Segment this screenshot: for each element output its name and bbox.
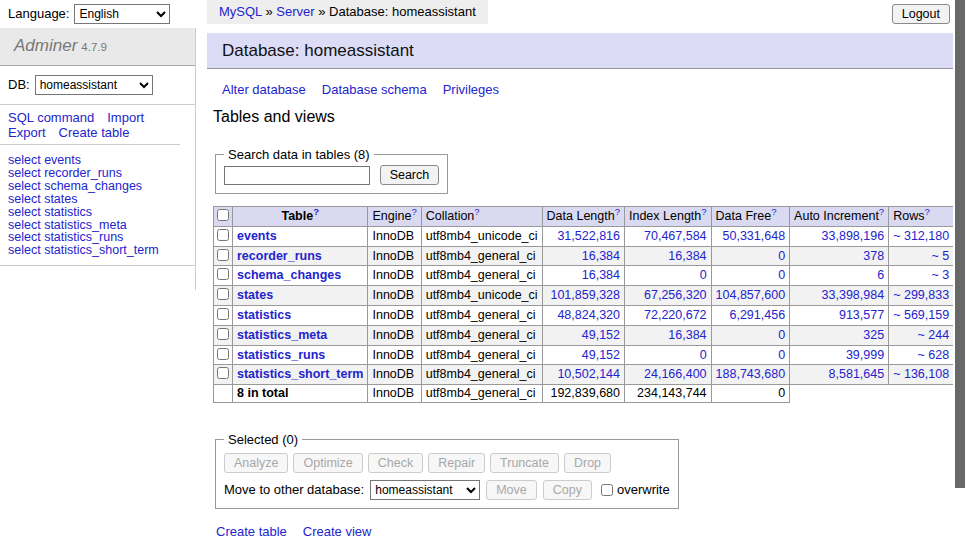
data-free-link[interactable]: 0	[778, 348, 785, 362]
select-link-events[interactable]: select	[8, 153, 41, 167]
auto-increment-link[interactable]: 33,898,196	[822, 229, 885, 243]
drop-button[interactable]: Drop	[564, 453, 611, 473]
index-length-link[interactable]: 0	[700, 348, 707, 362]
table-link-events[interactable]: events	[44, 153, 81, 167]
sidebar-link-sql-command[interactable]: SQL command	[8, 111, 94, 126]
select-link-statistics-meta[interactable]: select	[8, 218, 41, 232]
index-length-link[interactable]: 16,384	[668, 328, 706, 342]
table-link-statistics[interactable]: statistics	[44, 205, 92, 219]
copy-button[interactable]: Copy	[543, 480, 592, 500]
select-link-schema-changes[interactable]: select	[8, 179, 41, 193]
auto-increment-link[interactable]: 39,999	[846, 348, 884, 362]
privileges-link[interactable]: Privileges	[443, 82, 499, 97]
table-link-statistics-short-term[interactable]: statistics_short_term	[44, 243, 159, 257]
auto-increment-link[interactable]: 33,398,984	[822, 288, 885, 302]
data-free-link[interactable]: 0	[778, 268, 785, 282]
rows-link[interactable]: ~ 244	[917, 328, 949, 342]
rows-link[interactable]: ~ 5	[931, 249, 949, 263]
select-all-checkbox[interactable]	[217, 209, 229, 221]
index-length-link[interactable]: 0	[700, 268, 707, 282]
move-db-select[interactable]: homeassistant	[370, 480, 480, 500]
table-link-schema-changes[interactable]: schema_changes	[44, 179, 142, 193]
row-checkbox[interactable]	[217, 288, 229, 300]
data-free-link[interactable]: 0	[778, 328, 785, 342]
select-link-statistics-short-term[interactable]: select	[8, 243, 41, 257]
column-help-link[interactable]: ?	[924, 207, 929, 217]
check-button[interactable]: Check	[368, 453, 423, 473]
data-length-link[interactable]: 48,824,320	[557, 308, 620, 322]
data-length-link[interactable]: 31,522,816	[557, 229, 620, 243]
auto-increment-link[interactable]: 8,581,645	[829, 367, 885, 381]
column-help-link[interactable]: ?	[879, 207, 884, 217]
table-name-link[interactable]: schema_changes	[237, 268, 341, 282]
table-link-recorder-runs[interactable]: recorder_runs	[44, 166, 122, 180]
row-checkbox[interactable]	[217, 348, 229, 360]
scrollbar-thumb[interactable]	[955, 0, 965, 488]
move-button[interactable]: Move	[486, 480, 537, 500]
optimize-button[interactable]: Optimize	[293, 453, 362, 473]
breadcrumb-item-mysql[interactable]: MySQL	[219, 4, 262, 19]
rows-link[interactable]: ~ 299,833	[893, 288, 949, 302]
table-link-statistics-runs[interactable]: statistics_runs	[44, 230, 123, 244]
sidebar-link-create-table[interactable]: Create table	[59, 126, 130, 141]
language-select[interactable]: English	[74, 4, 170, 24]
select-link-statistics[interactable]: select	[8, 205, 41, 219]
repair-button[interactable]: Repair	[428, 453, 485, 473]
db-select[interactable]: homeassistant	[35, 75, 153, 95]
index-length-link[interactable]: 16,384	[668, 249, 706, 263]
data-free-link[interactable]: 0	[778, 249, 785, 263]
row-checkbox[interactable]	[217, 328, 229, 340]
rows-link[interactable]: ~ 628	[917, 348, 949, 362]
data-free-link[interactable]: 104,857,600	[716, 288, 786, 302]
create-table-link[interactable]: Create table	[216, 524, 287, 539]
data-length-link[interactable]: 49,152	[582, 328, 620, 342]
app-version-link[interactable]: 4.7.9	[81, 41, 107, 53]
table-name-link[interactable]: states	[237, 288, 273, 302]
data-length-link[interactable]: 16,384	[582, 268, 620, 282]
auto-increment-link[interactable]: 913,577	[839, 308, 884, 322]
table-name-link[interactable]: statistics	[237, 308, 291, 322]
row-checkbox[interactable]	[217, 268, 229, 280]
database-schema-link[interactable]: Database schema	[322, 82, 427, 97]
data-length-link[interactable]: 16,384	[582, 249, 620, 263]
index-length-link[interactable]: 24,166,400	[644, 367, 707, 381]
auto-increment-link[interactable]: 378	[863, 249, 884, 263]
table-name-link[interactable]: statistics_short_term	[237, 367, 363, 381]
table-name-link[interactable]: recorder_runs	[237, 249, 322, 263]
table-name-link[interactable]: statistics_runs	[237, 348, 325, 362]
column-help-link[interactable]: ?	[411, 207, 416, 217]
sidebar-link-export[interactable]: Export	[8, 126, 46, 141]
row-checkbox[interactable]	[217, 308, 229, 320]
data-free-link[interactable]: 50,331,648	[723, 229, 786, 243]
column-help-link[interactable]: ?	[771, 207, 776, 217]
row-checkbox[interactable]	[217, 249, 229, 261]
select-link-statistics-runs[interactable]: select	[8, 230, 41, 244]
logout-button[interactable]: Logout	[892, 4, 950, 24]
data-free-link[interactable]: 188,743,680	[716, 367, 786, 381]
data-length-link[interactable]: 49,152	[582, 348, 620, 362]
index-length-link[interactable]: 70,467,584	[644, 229, 707, 243]
data-length-link[interactable]: 101,859,328	[550, 288, 620, 302]
alter-database-link[interactable]: Alter database	[222, 82, 306, 97]
table-name-link[interactable]: statistics_meta	[237, 328, 327, 342]
row-checkbox[interactable]	[217, 367, 229, 379]
data-free-link[interactable]: 6,291,456	[729, 308, 785, 322]
create-view-link[interactable]: Create view	[303, 524, 372, 539]
truncate-button[interactable]: Truncate	[490, 453, 559, 473]
rows-link[interactable]: ~ 312,180	[893, 229, 949, 243]
rows-link[interactable]: ~ 3	[931, 268, 949, 282]
search-button[interactable]: Search	[380, 165, 440, 185]
auto-increment-link[interactable]: 6	[877, 268, 884, 282]
table-name-link[interactable]: events	[237, 229, 277, 243]
index-length-link[interactable]: 67,256,320	[644, 288, 707, 302]
table-link-states[interactable]: states	[44, 192, 77, 206]
index-length-link[interactable]: 72,220,672	[644, 308, 707, 322]
analyze-button[interactable]: Analyze	[224, 453, 288, 473]
overwrite-checkbox[interactable]	[601, 484, 613, 496]
table-link-statistics-meta[interactable]: statistics_meta	[44, 218, 127, 232]
select-link-recorder-runs[interactable]: select	[8, 166, 41, 180]
rows-link[interactable]: ~ 569,159	[893, 308, 949, 322]
data-length-link[interactable]: 10,502,144	[557, 367, 620, 381]
column-help-link[interactable]: ?	[474, 207, 479, 217]
row-checkbox[interactable]	[217, 229, 229, 241]
